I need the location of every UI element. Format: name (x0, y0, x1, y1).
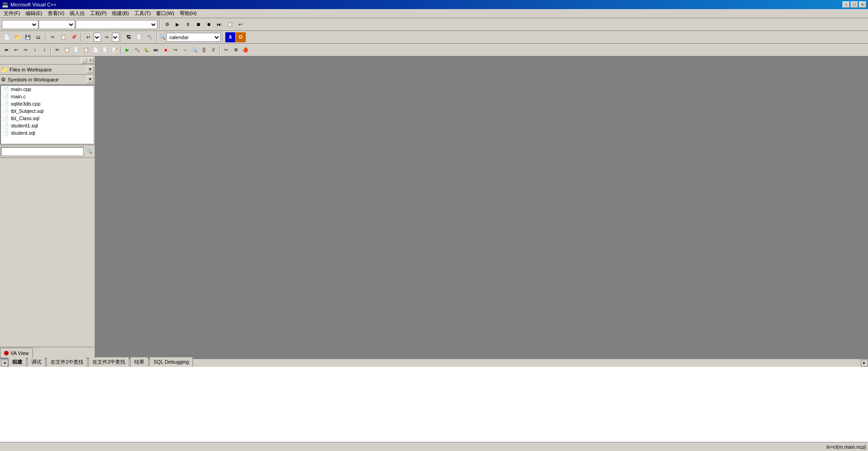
tab-scroll-left-btn[interactable]: ◄ (1, 360, 8, 367)
tab-find1[interactable]: 在文件1中查找 (46, 357, 87, 367)
save-btn[interactable]: 💾 (23, 32, 33, 42)
tb3-btn2[interactable]: ↩ (11, 46, 20, 55)
menu-project[interactable]: 工程(P) (87, 9, 110, 18)
save-all-btn[interactable]: 🗂 (33, 32, 43, 42)
file-name-sqlite3db: sqlite3db.cpp (11, 101, 41, 106)
open-circle-btn[interactable]: O (236, 32, 246, 42)
nav-btn5[interactable]: ⏺ (204, 20, 214, 30)
nav-btn7[interactable]: 📋 (225, 20, 235, 30)
tb3-stop[interactable]: ■ (161, 46, 170, 55)
menu-edit[interactable]: 编辑(E) (23, 9, 45, 18)
proj-btn3[interactable]: 🔧 (145, 32, 155, 42)
nav-btn2[interactable]: ▶ (173, 20, 183, 30)
combo-2[interactable] (39, 20, 75, 29)
tb3-debug[interactable]: 🐛 (142, 46, 151, 55)
tb3-btn3[interactable]: ↪ (21, 46, 30, 55)
nav-btn3[interactable]: ⏸ (183, 20, 193, 30)
toolbar2-right: A O (225, 32, 246, 42)
toolbar3-right: ▶ 🔨 🐛 ⏭ ■ ↪ → 🔍 {} // ✂ ⚙ 🍎 (123, 46, 250, 55)
tb3-build[interactable]: 🔨 (132, 46, 142, 55)
minimize-button[interactable]: − (843, 1, 850, 8)
files-workspace-dropdown[interactable]: ▼ (86, 66, 94, 73)
az-btn[interactable]: A (225, 32, 235, 42)
tb3-btn11[interactable]: 📑 (101, 46, 110, 55)
tb3-btn1[interactable]: ⬅ (2, 46, 11, 55)
files-workspace-row[interactable]: 📁 Files in Workspace ▼ (0, 65, 95, 75)
undo-btn[interactable]: ↩ (83, 32, 93, 42)
tb3-btn8[interactable]: 📑 (72, 46, 81, 55)
tb3-btn9[interactable]: 📋 (81, 46, 91, 55)
tab-results[interactable]: 结果 (130, 357, 148, 367)
nav-btn4[interactable]: ⏹ (193, 20, 203, 30)
tab-find2[interactable]: 在文件2中查找 (88, 357, 129, 367)
undo-combo[interactable] (94, 33, 101, 42)
redo-btn[interactable]: ↪ (102, 32, 112, 42)
tab-debug[interactable]: 调试 (27, 357, 46, 367)
tab-find1-label: 在文件1中查找 (51, 359, 83, 365)
file-item-student1[interactable]: 📄 student1.sql (1, 122, 94, 129)
search-btn[interactable]: 🔍 (85, 147, 94, 156)
file-name-main-cpp: main.cpp (11, 86, 31, 92)
file-icon-main-c: 📄 (3, 93, 9, 100)
file-list[interactable]: 📄 main.cpp 📄 main.c 📄 sqlite3db.cpp 📄 tb… (0, 85, 94, 144)
menu-build[interactable]: 组建(B) (109, 9, 132, 18)
tb3-btn4[interactable]: ↕ (30, 46, 40, 55)
toolbar2-left: 📄 📂 💾 🗂 (2, 32, 43, 42)
tb3-step[interactable]: ⏭ (152, 46, 161, 55)
cut-btn[interactable]: ✂ (48, 32, 58, 42)
menu-help[interactable]: 帮助(H) (177, 9, 199, 18)
open-btn[interactable]: 📂 (12, 32, 22, 42)
menu-insert[interactable]: 插入(I) (67, 9, 87, 18)
file-item-main-cpp[interactable]: 📄 main.cpp (1, 86, 94, 93)
menu-view[interactable]: 查看(V) (45, 9, 67, 18)
paste-btn[interactable]: 📌 (69, 32, 79, 42)
combo-calendar[interactable]: calendar (166, 33, 221, 42)
tb3-btn6[interactable]: ✏ (53, 46, 62, 55)
close-button[interactable]: × (859, 1, 866, 8)
panel-close-btn[interactable]: × (87, 57, 94, 64)
menu-window[interactable]: 窗口(W) (153, 9, 177, 18)
file-item-tbl-class[interactable]: 📄 tbl_Class.sql (1, 115, 94, 122)
combo-1[interactable] (2, 20, 38, 29)
tb3-btn5[interactable]: ↕ (40, 46, 49, 55)
file-item-tbl-subject[interactable]: 📄 tbl_Subject.sql (1, 107, 94, 115)
file-item-sqlite3db[interactable]: 📄 sqlite3db.cpp (1, 100, 94, 107)
tb3-search[interactable]: 🔍 (190, 46, 199, 55)
redo-combo[interactable] (112, 33, 119, 42)
tb3-special1[interactable]: ✂ (222, 46, 231, 55)
tab-sql[interactable]: SQL Debugging (149, 357, 193, 367)
tb3-special3[interactable]: 🍎 (241, 46, 250, 55)
restore-button[interactable]: □ (851, 1, 858, 8)
tb3-arrow[interactable]: → (180, 46, 189, 55)
va-view-tab[interactable]: VA View (0, 348, 33, 358)
combo-3[interactable] (76, 20, 157, 29)
nav-btn1[interactable]: ⚙ (162, 20, 172, 30)
tb3-step2[interactable]: ↪ (171, 46, 180, 55)
nav-btn6[interactable]: ⏭ (214, 20, 224, 30)
tb3-brace[interactable]: {} (199, 46, 208, 55)
symbols-workspace-dropdown[interactable]: ▼ (86, 76, 94, 83)
tb3-btn7[interactable]: 📋 (62, 46, 71, 55)
menu-file[interactable]: 文件(F) (1, 9, 23, 18)
tab-find2-label: 在文件2中查找 (92, 359, 125, 365)
nav-btn8[interactable]: ↩ (235, 20, 245, 30)
tab-build[interactable]: 组建 (8, 357, 26, 367)
va-view-tab-area: VA View (0, 347, 95, 358)
proj-btn1[interactable]: 🏗 (124, 32, 134, 42)
tb3-btn12[interactable]: 📝 (110, 46, 119, 55)
tb3-comment[interactable]: // (209, 46, 218, 55)
menu-tools[interactable]: 工具(T) (132, 9, 153, 18)
file-item-student[interactable]: 📄 student.sql (1, 129, 94, 137)
files-workspace-label: Files in Workspace (10, 67, 85, 72)
panel-minimize-btn[interactable]: _ (81, 57, 87, 64)
tb3-special2[interactable]: ⚙ (231, 46, 240, 55)
search-input[interactable] (1, 147, 84, 156)
file-item-main-c[interactable]: 📄 main.c (1, 93, 94, 100)
proj-btn2[interactable]: 📑 (134, 32, 144, 42)
copy-btn[interactable]: 📋 (58, 32, 68, 42)
symbols-workspace-row[interactable]: ⚙ Symbols in Workspace ▼ (0, 75, 95, 85)
tb3-run[interactable]: ▶ (123, 46, 132, 55)
tab-scroll-right-btn[interactable]: ► (861, 360, 868, 367)
new-btn[interactable]: 📄 (2, 32, 12, 42)
tb3-btn10[interactable]: 📄 (91, 46, 100, 55)
